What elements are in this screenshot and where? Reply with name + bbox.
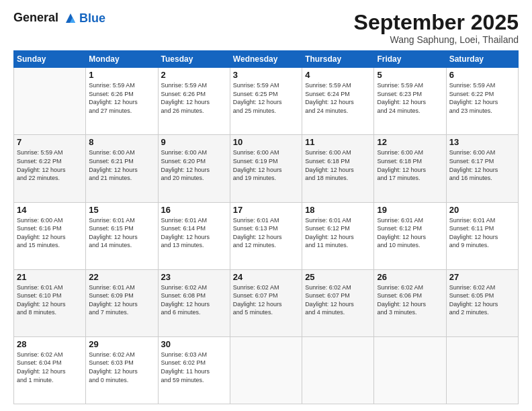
day-info: Sunrise: 5:59 AM Sunset: 6:23 PM Dayligh… <box>377 81 443 115</box>
day-info: Sunrise: 6:01 AM Sunset: 6:10 PM Dayligh… <box>17 283 83 317</box>
day-number: 13 <box>449 137 515 147</box>
day-info: Sunrise: 5:59 AM Sunset: 6:22 PM Dayligh… <box>17 148 83 182</box>
col-tuesday: Tuesday <box>158 51 230 68</box>
day-number: 19 <box>377 205 443 215</box>
calendar-cell: 9Sunrise: 6:00 AM Sunset: 6:20 PM Daylig… <box>158 135 230 202</box>
calendar-cell: 1Sunrise: 5:59 AM Sunset: 6:26 PM Daylig… <box>86 68 158 135</box>
day-info: Sunrise: 5:59 AM Sunset: 6:22 PM Dayligh… <box>449 81 515 115</box>
calendar-cell: 8Sunrise: 6:00 AM Sunset: 6:21 PM Daylig… <box>86 135 158 202</box>
day-number: 1 <box>89 70 154 80</box>
day-number: 25 <box>305 272 371 282</box>
calendar-cell: 3Sunrise: 5:59 AM Sunset: 6:25 PM Daylig… <box>230 68 302 135</box>
day-info: Sunrise: 6:02 AM Sunset: 6:06 PM Dayligh… <box>377 283 443 317</box>
calendar-cell <box>230 336 302 404</box>
day-number: 22 <box>89 272 154 282</box>
day-number: 17 <box>233 205 299 215</box>
col-saturday: Saturday <box>446 51 518 68</box>
day-info: Sunrise: 5:59 AM Sunset: 6:24 PM Dayligh… <box>305 81 371 115</box>
day-info: Sunrise: 6:00 AM Sunset: 6:16 PM Dayligh… <box>17 216 83 250</box>
day-info: Sunrise: 6:01 AM Sunset: 6:09 PM Dayligh… <box>89 283 154 317</box>
day-info: Sunrise: 6:02 AM Sunset: 6:04 PM Dayligh… <box>17 351 83 384</box>
calendar-cell: 25Sunrise: 6:02 AM Sunset: 6:07 PM Dayli… <box>302 269 374 336</box>
day-info: Sunrise: 6:00 AM Sunset: 6:17 PM Dayligh… <box>449 148 515 182</box>
calendar-cell: 14Sunrise: 6:00 AM Sunset: 6:16 PM Dayli… <box>14 202 86 269</box>
day-info: Sunrise: 6:03 AM Sunset: 6:02 PM Dayligh… <box>161 351 227 384</box>
calendar-header-row: Sunday Monday Tuesday Wednesday Thursday… <box>14 51 519 68</box>
calendar-cell: 28Sunrise: 6:02 AM Sunset: 6:04 PM Dayli… <box>14 336 86 404</box>
calendar-cell: 4Sunrise: 5:59 AM Sunset: 6:24 PM Daylig… <box>302 68 374 135</box>
day-info: Sunrise: 6:00 AM Sunset: 6:20 PM Dayligh… <box>161 148 227 182</box>
day-number: 28 <box>17 339 83 349</box>
day-info: Sunrise: 6:00 AM Sunset: 6:21 PM Dayligh… <box>89 148 154 182</box>
day-number: 8 <box>89 137 154 147</box>
col-friday: Friday <box>374 51 446 68</box>
calendar-cell: 27Sunrise: 6:02 AM Sunset: 6:05 PM Dayli… <box>446 269 518 336</box>
col-sunday: Sunday <box>14 51 86 68</box>
title-block: September 2025 Wang Saphung, Loei, Thail… <box>354 11 519 45</box>
calendar-cell: 10Sunrise: 6:00 AM Sunset: 6:19 PM Dayli… <box>230 135 302 202</box>
calendar-cell: 7Sunrise: 5:59 AM Sunset: 6:22 PM Daylig… <box>14 135 86 202</box>
day-number: 3 <box>233 70 299 80</box>
day-number: 12 <box>377 137 443 147</box>
calendar-cell: 15Sunrise: 6:01 AM Sunset: 6:15 PM Dayli… <box>86 202 158 269</box>
day-number: 27 <box>449 272 515 282</box>
day-info: Sunrise: 6:00 AM Sunset: 6:19 PM Dayligh… <box>233 148 299 182</box>
logo: General Blue <box>13 11 105 26</box>
calendar-cell: 11Sunrise: 6:00 AM Sunset: 6:18 PM Dayli… <box>302 135 374 202</box>
calendar-cell: 12Sunrise: 6:00 AM Sunset: 6:18 PM Dayli… <box>374 135 446 202</box>
day-info: Sunrise: 6:01 AM Sunset: 6:15 PM Dayligh… <box>89 216 154 250</box>
day-number: 20 <box>449 205 515 215</box>
calendar-cell: 24Sunrise: 6:02 AM Sunset: 6:07 PM Dayli… <box>230 269 302 336</box>
calendar-cell: 19Sunrise: 6:01 AM Sunset: 6:12 PM Dayli… <box>374 202 446 269</box>
day-number: 16 <box>161 205 227 215</box>
day-info: Sunrise: 6:01 AM Sunset: 6:14 PM Dayligh… <box>161 216 227 250</box>
day-number: 30 <box>161 339 227 349</box>
calendar-cell: 5Sunrise: 5:59 AM Sunset: 6:23 PM Daylig… <box>374 68 446 135</box>
day-number: 9 <box>161 137 227 147</box>
calendar-cell: 21Sunrise: 6:01 AM Sunset: 6:10 PM Dayli… <box>14 269 86 336</box>
month-title: September 2025 <box>354 11 519 34</box>
day-number: 15 <box>89 205 154 215</box>
day-number: 5 <box>377 70 443 80</box>
col-wednesday: Wednesday <box>230 51 302 68</box>
day-number: 10 <box>233 137 299 147</box>
calendar-cell <box>14 68 86 135</box>
col-monday: Monday <box>86 51 158 68</box>
day-info: Sunrise: 6:02 AM Sunset: 6:08 PM Dayligh… <box>161 283 227 317</box>
day-info: Sunrise: 6:01 AM Sunset: 6:12 PM Dayligh… <box>377 216 443 250</box>
day-info: Sunrise: 6:02 AM Sunset: 6:03 PM Dayligh… <box>89 351 154 384</box>
calendar-cell: 6Sunrise: 5:59 AM Sunset: 6:22 PM Daylig… <box>446 68 518 135</box>
day-info: Sunrise: 5:59 AM Sunset: 6:26 PM Dayligh… <box>161 81 227 115</box>
day-number: 14 <box>17 205 83 215</box>
calendar-cell: 26Sunrise: 6:02 AM Sunset: 6:06 PM Dayli… <box>374 269 446 336</box>
calendar-cell: 2Sunrise: 5:59 AM Sunset: 6:26 PM Daylig… <box>158 68 230 135</box>
day-number: 11 <box>305 137 371 147</box>
calendar-cell: 16Sunrise: 6:01 AM Sunset: 6:14 PM Dayli… <box>158 202 230 269</box>
day-info: Sunrise: 6:01 AM Sunset: 6:12 PM Dayligh… <box>305 216 371 250</box>
calendar-cell: 13Sunrise: 6:00 AM Sunset: 6:17 PM Dayli… <box>446 135 518 202</box>
day-info: Sunrise: 6:01 AM Sunset: 6:13 PM Dayligh… <box>233 216 299 250</box>
day-number: 7 <box>17 137 83 147</box>
calendar-cell: 29Sunrise: 6:02 AM Sunset: 6:03 PM Dayli… <box>86 336 158 404</box>
calendar-cell: 30Sunrise: 6:03 AM Sunset: 6:02 PM Dayli… <box>158 336 230 404</box>
logo-text-general: General <box>13 11 58 24</box>
day-info: Sunrise: 6:01 AM Sunset: 6:11 PM Dayligh… <box>449 216 515 250</box>
day-info: Sunrise: 5:59 AM Sunset: 6:26 PM Dayligh… <box>89 81 154 115</box>
day-number: 2 <box>161 70 227 80</box>
location-subtitle: Wang Saphung, Loei, Thailand <box>354 34 519 45</box>
logo-text-blue: Blue <box>79 11 105 26</box>
day-number: 21 <box>17 272 83 282</box>
day-number: 23 <box>161 272 227 282</box>
page-header: General Blue September 2025 Wang Saphung… <box>13 11 519 45</box>
day-info: Sunrise: 6:02 AM Sunset: 6:07 PM Dayligh… <box>233 283 299 317</box>
day-info: Sunrise: 6:02 AM Sunset: 6:05 PM Dayligh… <box>449 283 515 317</box>
calendar-table: Sunday Monday Tuesday Wednesday Thursday… <box>13 50 519 404</box>
day-number: 4 <box>305 70 371 80</box>
calendar-cell <box>374 336 446 404</box>
day-info: Sunrise: 6:00 AM Sunset: 6:18 PM Dayligh… <box>377 148 443 182</box>
calendar-cell: 23Sunrise: 6:02 AM Sunset: 6:08 PM Dayli… <box>158 269 230 336</box>
calendar-cell <box>302 336 374 404</box>
day-number: 6 <box>449 70 515 80</box>
day-info: Sunrise: 5:59 AM Sunset: 6:25 PM Dayligh… <box>233 81 299 115</box>
calendar-cell: 20Sunrise: 6:01 AM Sunset: 6:11 PM Dayli… <box>446 202 518 269</box>
